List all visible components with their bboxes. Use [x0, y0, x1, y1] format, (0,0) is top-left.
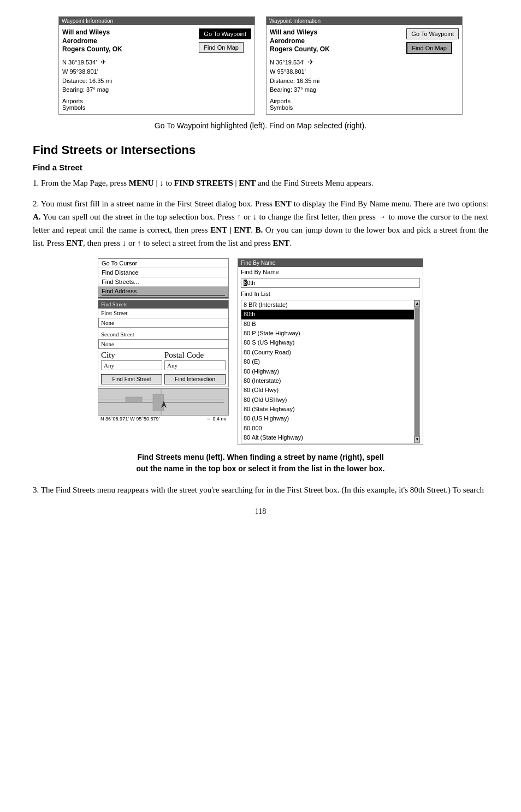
bottom-screenshots-section: Go To Cursor Find Distance Find Streets.… [33, 258, 488, 445]
paragraph-1: 1. From the Map Page, press MENU | ↓ to … [33, 176, 488, 189]
postal-col: Postal Code Any [164, 351, 226, 371]
menu-item-find-address[interactable]: Find Address [98, 287, 228, 298]
map-coords: N 36°08.971' W 95°50.579' ↔ 0.4 mi [98, 416, 229, 422]
caption-top: Go To Waypoint highlighted (left). Find … [33, 121, 488, 130]
find-on-map-button-right[interactable]: Find On Map [406, 42, 452, 54]
find-streets-subsection: Find Streets First Street None Second St… [98, 300, 229, 387]
list-item[interactable]: 80 (State Highway) [241, 405, 414, 414]
find-streets-title: Find Streets [98, 300, 228, 309]
top-screenshots-section: Waypoint Information Will and Wileys Aer… [33, 16, 488, 115]
find-in-list-box[interactable]: 8 BR (Interstate)80th80 B80 P (State Hig… [241, 300, 420, 443]
list-item[interactable]: 80 P (State Highway) [241, 329, 414, 338]
waypoint-coords-left: N 36°19.534' ✈ W 95°38.801' Distance: 16… [62, 57, 196, 94]
list-item[interactable]: 80 S (US Highway) [241, 338, 414, 347]
list-item[interactable]: 80 (Old USHwy) [241, 395, 414, 405]
mini-map [98, 388, 229, 416]
waypoint-info-right: Will and Wileys Aerodrome Rogers County,… [270, 28, 403, 111]
first-street-field[interactable]: None [98, 318, 228, 328]
waypoint-buttons-right: Go To Waypoint Find On Map [406, 28, 459, 111]
waypoint-category-right: Airports Symbols [270, 98, 403, 111]
goto-waypoint-button-right[interactable]: Go To Waypoint [406, 28, 459, 39]
city-col: City Any [101, 351, 162, 371]
caption-bottom: Find Streets menu (left). When finding a… [33, 452, 488, 475]
list-scrollbar[interactable]: ▲ ▼ [414, 300, 419, 443]
list-item[interactable]: 80 (County Road) [241, 348, 414, 357]
postal-label: Postal Code [164, 351, 226, 360]
svg-rect-3 [126, 397, 142, 402]
svg-rect-4 [153, 394, 164, 411]
waypoint-name-right: Will and Wileys Aerodrome Rogers County,… [270, 28, 403, 54]
list-item[interactable]: 80 (Old Hwy) [241, 386, 414, 395]
list-item[interactable]: 8 BR (Interstate) [241, 300, 414, 310]
list-item[interactable]: 80 (US Highway) [241, 414, 414, 423]
list-items-container: 8 BR (Interstate)80th80 B80 P (State Hig… [241, 300, 414, 443]
waypoint-buttons-left: Go To Waypoint Find On Map [199, 28, 251, 111]
list-item[interactable]: 80 Alt (State Highway) [241, 433, 414, 442]
waypoint-title-left: Waypoint Information [59, 17, 254, 25]
list-item[interactable]: 80 B [241, 319, 414, 329]
find-by-name-title: Find By Name [238, 259, 423, 267]
airport-icon-right: ✈ [308, 57, 314, 68]
goto-waypoint-button-left[interactable]: Go To Waypoint [199, 28, 251, 39]
menu-item-find-distance[interactable]: Find Distance [98, 268, 228, 277]
waypoint-coords-right: N 36°19.534' ✈ W 95°38.801' Distance: 16… [270, 57, 403, 94]
find-first-street-button[interactable]: Find First Street [101, 374, 162, 384]
page-number: 118 [33, 507, 488, 516]
find-by-name-box: Find By Name Find By Name 80th Find In L… [238, 258, 423, 445]
list-item[interactable]: 80 (Highway) [241, 367, 414, 376]
city-label: City [101, 351, 162, 360]
airport-icon-left: ✈ [100, 57, 106, 68]
scroll-up-arrow[interactable]: ▲ [415, 300, 419, 307]
scroll-thumb[interactable] [415, 307, 419, 436]
find-intersection-button[interactable]: Find Intersection [164, 374, 226, 384]
menu-box-left: Go To Cursor Find Distance Find Streets.… [98, 258, 229, 299]
first-street-label: First Street [98, 309, 228, 317]
find-by-name-label: Find By Name [238, 267, 423, 277]
city-field[interactable]: Any [101, 360, 162, 370]
waypoint-category-left: Airports Symbols [62, 98, 196, 111]
menu-item-find-streets[interactable]: Find Streets... [98, 277, 228, 287]
waypoint-info-left: Will and Wileys Aerodrome Rogers County,… [62, 28, 196, 111]
find-buttons-row: Find First Street Find Intersection [98, 372, 228, 387]
list-item[interactable]: 80 (Interstate) [241, 376, 414, 386]
list-item[interactable]: 80 (E) [241, 357, 414, 366]
sub-heading: Find a Street [33, 163, 488, 172]
scroll-down-arrow[interactable]: ▼ [415, 436, 419, 443]
postal-field[interactable]: Any [164, 360, 226, 370]
menu-item-goto-cursor[interactable]: Go To Cursor [98, 259, 228, 268]
list-item[interactable]: 80th [241, 310, 414, 319]
find-streets-menu-box: Go To Cursor Find Distance Find Streets.… [98, 258, 229, 445]
second-street-field[interactable]: None [98, 339, 228, 349]
section-heading: Find Streets or Intersections [33, 143, 488, 157]
find-in-list-label: Find In List [238, 289, 423, 299]
city-postal-row: City Any Postal Code Any [98, 349, 228, 372]
list-item[interactable]: 80 000 [241, 424, 414, 433]
waypoint-box-right: Waypoint Information Will and Wileys Aer… [266, 16, 463, 115]
waypoint-box-left: Waypoint Information Will and Wileys Aer… [58, 16, 255, 115]
find-by-name-input[interactable]: 80th [241, 278, 420, 288]
paragraph-3: 3. The Find Streets menu reappears with … [33, 483, 488, 496]
waypoint-title-right: Waypoint Information [267, 17, 462, 25]
paragraph-2: 2. You must first fill in a street name … [33, 197, 488, 250]
second-street-label: Second Street [98, 330, 228, 339]
waypoint-name-left: Will and Wileys Aerodrome Rogers County,… [62, 28, 196, 54]
find-on-map-button-left[interactable]: Find On Map [199, 42, 244, 53]
